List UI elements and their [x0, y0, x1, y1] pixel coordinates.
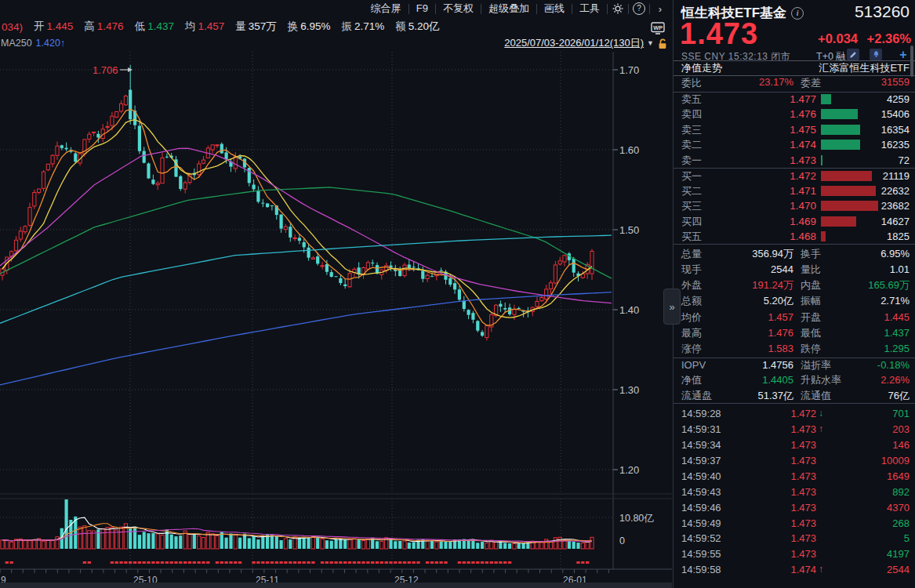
svg-text:WP: WP — [653, 24, 663, 31]
orderbook-row-sell[interactable]: 卖三1.47516354 — [674, 122, 915, 137]
stat-label: 涨停 — [681, 341, 702, 357]
stat-label: 总额 — [681, 293, 702, 309]
quote-item-value: 2.71% — [354, 20, 384, 32]
stats-row: 均价1.457开盘1.445 — [674, 310, 915, 325]
trade-row: 14:59:521.4735 — [674, 531, 915, 546]
toolbar-button[interactable]: 综合屏 — [364, 0, 408, 17]
weibi-row: 委比 23.17% 委差 31559 — [674, 76, 915, 91]
quote-item: 开1.445 — [34, 20, 73, 34]
fund-full-name: 汇添富恒生科技ETF — [819, 61, 910, 75]
toolbar-button[interactable]: 画线 — [537, 0, 572, 17]
trade-time: 14:59:46 — [681, 500, 721, 516]
orderbook-row-sell[interactable]: 卖五1.4774259 — [674, 92, 915, 107]
info-icon[interactable]: i — [791, 7, 804, 20]
stat-value: 76亿 — [888, 388, 910, 404]
edit-pencil-icon[interactable] — [847, 49, 859, 60]
orderbook-level-label: 卖五 — [681, 92, 702, 107]
trade-price: 1.472 — [790, 406, 816, 422]
trade-volume: 4197 — [887, 546, 910, 562]
tab-nav-trend[interactable]: 净值走势 — [681, 61, 722, 75]
price-change: +0.034 — [818, 31, 858, 46]
quote-item-value: 5.20亿 — [408, 20, 440, 32]
quote-item-value: 1.437 — [147, 20, 174, 32]
stat-value: 1.4756 — [762, 358, 793, 373]
trade-volume: 1649 — [887, 469, 910, 485]
toolbar-button[interactable]: 工具 — [572, 0, 607, 17]
unlock-icon[interactable] — [657, 38, 669, 49]
stat-value: 2544 — [771, 262, 793, 278]
orderbook-price: 1.473 — [790, 153, 816, 168]
arrow-down-icon: ↓ — [819, 406, 823, 422]
date-range-link[interactable]: 2025/07/03-2026/01/12(130日) — [504, 36, 644, 50]
trade-price: 1.473 — [790, 531, 816, 546]
orderbook-row-buy[interactable]: 买四1.46914627 — [674, 214, 915, 229]
trade-price: 1.473 — [790, 546, 816, 562]
quote-item-label: 开 — [34, 20, 45, 32]
orderbook-volume: 4259 — [887, 92, 910, 107]
quote-item-value: 357万 — [249, 20, 277, 32]
stat-value: 1.445 — [884, 310, 910, 325]
orderbook-row-sell[interactable]: 卖一1.47372 — [674, 153, 915, 168]
stats-row: 总量356.94万换手6.95% — [674, 246, 915, 262]
alert-bell-icon[interactable] — [870, 49, 882, 60]
divider — [674, 403, 915, 404]
orderbook-row-buy[interactable]: 买二1.47122632 — [674, 183, 915, 198]
trade-price: 1.473 — [790, 516, 816, 532]
toolbar-button[interactable]: F9 — [409, 0, 435, 17]
stat-value: 356.94万 — [752, 246, 793, 262]
orderbook-level-label: 买五 — [681, 229, 702, 244]
quote-item-label: 换 — [288, 20, 299, 32]
help-icon[interactable]: ? — [629, 0, 649, 17]
panel-collapse-handle[interactable]: » — [663, 289, 681, 325]
orderbook-price: 1.476 — [790, 107, 816, 122]
orderbook-price: 1.470 — [790, 198, 816, 213]
trade-time: 14:59:52 — [681, 531, 721, 546]
settings-gear-icon[interactable] — [608, 0, 628, 17]
orderbook-row-sell[interactable]: 卖二1.47416235 — [674, 137, 915, 152]
trade-price: 1.473 — [790, 500, 816, 516]
orderbook-price: 1.474 — [790, 137, 816, 152]
divider — [674, 358, 915, 358]
scrollbar-thumb[interactable] — [910, 45, 913, 77]
orderbook-row-buy[interactable]: 买五1.4681825 — [674, 229, 915, 244]
stat-value: 1.583 — [768, 341, 793, 357]
quote-item-value: 1.476 — [97, 20, 124, 32]
stat-label: 流通盘 — [681, 388, 712, 404]
trade-time: 14:59:58 — [681, 562, 721, 578]
stat-label: 总量 — [681, 246, 702, 262]
orderbook-volume-bar — [821, 171, 872, 181]
toolbar-button[interactable]: 超级叠加 — [481, 0, 536, 17]
stat-label: IOPV — [681, 358, 706, 373]
orderbook-volume-bar — [821, 140, 860, 150]
svg-text:0: 0 — [619, 535, 625, 546]
orderbook-row-buy[interactable]: 买一1.47221119 — [674, 169, 915, 183]
more-tools-icon[interactable]: › — [650, 0, 670, 17]
quote-item: 量357万 — [235, 20, 277, 34]
trade-price: 1.473 — [790, 485, 816, 500]
trade-price: 1.473 — [790, 469, 816, 485]
stat-label: 最低 — [801, 325, 821, 341]
trade-volume: 10009 — [881, 453, 910, 469]
svg-text:10.80亿: 10.80亿 — [619, 513, 654, 524]
weibi-value: 23.17% — [759, 76, 793, 88]
quote-item: 均1.457 — [185, 20, 224, 34]
stats-row: 流通盘51.37亿流通值76亿 — [674, 388, 915, 404]
add-plus-icon[interactable]: + — [897, 49, 910, 60]
trade-time: 14:59:28 — [681, 406, 721, 422]
trade-price: 1.473 — [790, 453, 816, 469]
trade-row: 14:59:311.473↑203 — [674, 422, 915, 437]
daily-kline-chart[interactable]: 1.701.601.501.401.301.2010.80亿0925-1025-… — [0, 52, 672, 588]
stat-value: 1.4405 — [762, 372, 793, 388]
dropdown-arrow-icon[interactable]: ▼ — [647, 39, 654, 47]
trade-row: 14:59:461.4734370 — [674, 500, 915, 516]
quote-prefix: 034) — [2, 21, 23, 33]
orderbook-volume: 21119 — [883, 169, 910, 183]
toolbar-button[interactable]: 不复权 — [436, 0, 481, 17]
quote-item-value: 6.95% — [300, 20, 330, 32]
orderbook-row-buy[interactable]: 买三1.47023682 — [674, 198, 915, 213]
orderbook-row-sell[interactable]: 卖四1.47615406 — [674, 107, 915, 122]
stat-value: 2.26% — [881, 372, 910, 388]
arrow-up-icon: ↑ — [819, 562, 823, 578]
trade-time: 14:59:31 — [681, 422, 721, 437]
stats-row: 涨停1.583跌停1.295 — [674, 341, 915, 357]
